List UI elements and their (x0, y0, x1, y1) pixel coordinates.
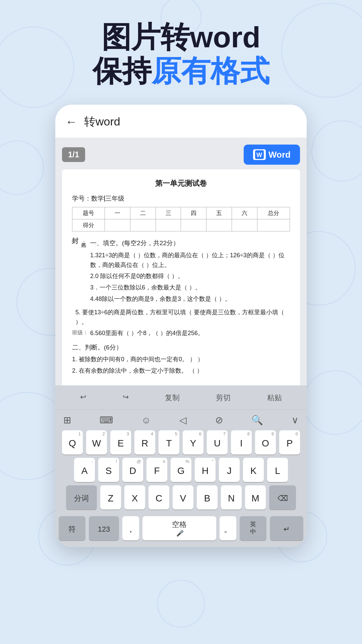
key-o[interactable]: 9O (255, 430, 276, 454)
key-delete[interactable]: ⌫ (269, 485, 296, 509)
key-v[interactable]: V (173, 485, 193, 509)
class-label: 班级： (72, 328, 88, 337)
section2: 二、判断。(6分） (72, 342, 290, 353)
kb-input-icon[interactable]: ◁ (179, 415, 187, 426)
key-comma[interactable]: ， (122, 516, 139, 540)
key-x[interactable]: X (124, 485, 145, 509)
doc-page[interactable]: 第一单元测试卷 学号： 数学三年级 题号 一 二 三 四 五 六 总分 (62, 169, 300, 385)
svg-point-11 (158, 580, 204, 627)
app-bar: ← 转word (55, 105, 307, 138)
question5: 5. 要使13÷6的商是两位数，方框里可以填（ 要使商是三位数，方框里最小填（ … (75, 308, 290, 327)
copy-button[interactable]: 复制 (160, 391, 185, 405)
judge2: 2. 在有余数的除法中，余数一定小于除数。 （ ） (72, 366, 290, 376)
table-header-0: 题号 (72, 207, 105, 219)
kb-grid-icon[interactable]: ⊞ (63, 415, 71, 426)
key-b[interactable]: B (197, 485, 218, 509)
doc-area: 1/1 W Word 第一单元测试卷 学号： 数学三年级 (55, 138, 307, 385)
table-header-6: 六 (232, 207, 257, 219)
key-a[interactable]: -A (74, 458, 95, 482)
key-h[interactable]: "H (195, 458, 216, 482)
question6: 6.560里面有（ ）个8，（ ）的4倍是256。 (90, 328, 290, 338)
kb-keyboard-icon[interactable]: ⌨ (100, 415, 113, 426)
word-btn-label: Word (268, 150, 291, 160)
keyboard-rows: 1Q 2W 3E 4R 5T 6Y 7U 8I 9O 0P -A !S @D #… (55, 429, 307, 516)
question3: 3．一个三位数除以6，余数最大是（ ）。 (90, 283, 290, 292)
kb-collapse-icon[interactable]: ∨ (292, 415, 299, 426)
name-seal-row: 姓名：封 一、填空。(每空2分，共22分） 1.321÷3的商是（ ）位数，商的… (72, 235, 290, 305)
kb-row-3: 分词 Z X C V B N M ⌫ (59, 485, 303, 509)
kb-row-1: 1Q 2W 3E 4R 5T 6Y 7U 8I 9O 0P (59, 430, 303, 454)
kb-emoji-icon[interactable]: ☺ (141, 415, 151, 426)
section1: 一、填空。(每空2分，共22分） (90, 238, 290, 248)
paste-button[interactable]: 粘贴 (262, 391, 287, 405)
cut-button[interactable]: 剪切 (210, 391, 236, 405)
hero-line2-normal: 保持 (93, 54, 152, 88)
key-j[interactable]: J (219, 458, 240, 482)
key-i[interactable]: 8I (231, 430, 252, 454)
word-export-button[interactable]: W Word (244, 145, 300, 165)
name-label: 姓名：封 (72, 235, 88, 246)
edit-toolbar: ↩ ↪ 复制 剪切 粘贴 (55, 385, 307, 410)
doc-xue-hao-label: 学号： (72, 194, 91, 204)
table-header-5: 五 (206, 207, 232, 219)
class-row: 班级： 6.560里面有（ ）个8，（ ）的4倍是256。 (72, 328, 290, 340)
doc-title: 第一单元测试卷 (72, 177, 290, 189)
key-y[interactable]: 6Y (183, 430, 203, 454)
word-w-icon: W (255, 150, 264, 159)
judge1: 1. 被除数的中间有0，商的中间也一定有0。 ） ） (72, 355, 290, 364)
key-m[interactable]: M (245, 485, 266, 509)
kb-link-icon[interactable]: ⊘ (215, 415, 223, 426)
doc-subject: 数学 (91, 194, 104, 204)
back-button[interactable]: ← (65, 115, 77, 129)
key-s[interactable]: !S (98, 458, 119, 482)
key-n[interactable]: N (221, 485, 242, 509)
table-score-label: 得分 (72, 219, 105, 231)
question4: 4.48除以一个数的商是9，余数是3，这个数是（ ）。 (90, 294, 290, 304)
hero-line2-highlight: 原有格式 (152, 54, 269, 88)
key-return[interactable]: ↵ (270, 516, 303, 540)
score-table: 题号 一 二 三 四 五 六 总分 得分 (72, 207, 290, 231)
table-header-4: 四 (181, 207, 206, 219)
page-indicator: 1/1 (62, 147, 85, 162)
table-header-3: 三 (156, 207, 181, 219)
key-f[interactable]: #F (146, 458, 167, 482)
key-g[interactable]: %G (171, 458, 191, 482)
key-t[interactable]: 5T (159, 430, 179, 454)
key-w[interactable]: 2W (86, 430, 107, 454)
key-q[interactable]: 1Q (62, 430, 83, 454)
key-fenci[interactable]: 分词 (66, 485, 97, 509)
table-header-7: 总分 (257, 207, 290, 219)
table-header-2: 二 (130, 207, 156, 219)
app-bar-title: 转word (84, 114, 120, 129)
key-r[interactable]: 4R (134, 430, 155, 454)
redo-button[interactable]: ↪ (117, 391, 134, 405)
hero-line2: 保持原有格式 (93, 54, 269, 88)
hero-title: 图片转word 保持原有格式 (93, 20, 269, 88)
table-header-1: 一 (105, 207, 130, 219)
kb-row-2: -A !S @D #F %G "H J K L (59, 458, 303, 482)
keyboard-container: ⊞ ⌨ ☺ ◁ ⊘ 🔍 ∨ 1Q 2W 3E 4R 5T 6Y 7U 8I (55, 410, 307, 547)
key-p[interactable]: 0P (279, 430, 300, 454)
phone-mockup: ← 转word 1/1 W Word 第 (55, 105, 307, 547)
key-u[interactable]: 7U (207, 430, 228, 454)
kb-search-icon[interactable]: 🔍 (251, 415, 263, 426)
hero-line1: 图片转word (93, 20, 269, 54)
key-space[interactable]: 空格🎤 (142, 516, 216, 540)
doc-info-row: 学号： 数学三年级 (72, 194, 290, 204)
question1: 1.321÷3的商是（ ）位数，商的最高位在（ ）位上；126÷3的商是（ ）位… (90, 251, 290, 270)
key-period[interactable]: 。 (220, 516, 236, 540)
key-l[interactable]: L (267, 458, 288, 482)
keyboard-top-row: ⊞ ⌨ ☺ ◁ ⊘ 🔍 ∨ (55, 410, 307, 429)
key-d[interactable]: @D (122, 458, 143, 482)
key-fu[interactable]: 符 (59, 516, 85, 540)
doc-questions-block: 一、填空。(每空2分，共22分） 1.321÷3的商是（ ）位数，商的最高位在（… (90, 235, 290, 305)
doc-grade: 三年级 (105, 194, 124, 204)
key-k[interactable]: K (243, 458, 264, 482)
key-e[interactable]: 3E (110, 430, 131, 454)
key-c[interactable]: C (148, 485, 169, 509)
undo-button[interactable]: ↩ (75, 391, 92, 405)
key-z[interactable]: Z (100, 485, 121, 509)
question2: 2.0 除以任何不是0的数都得（ ）。 (90, 271, 290, 281)
key-en-zh[interactable]: 英中 (240, 516, 266, 540)
key-num123[interactable]: 123 (89, 516, 119, 540)
